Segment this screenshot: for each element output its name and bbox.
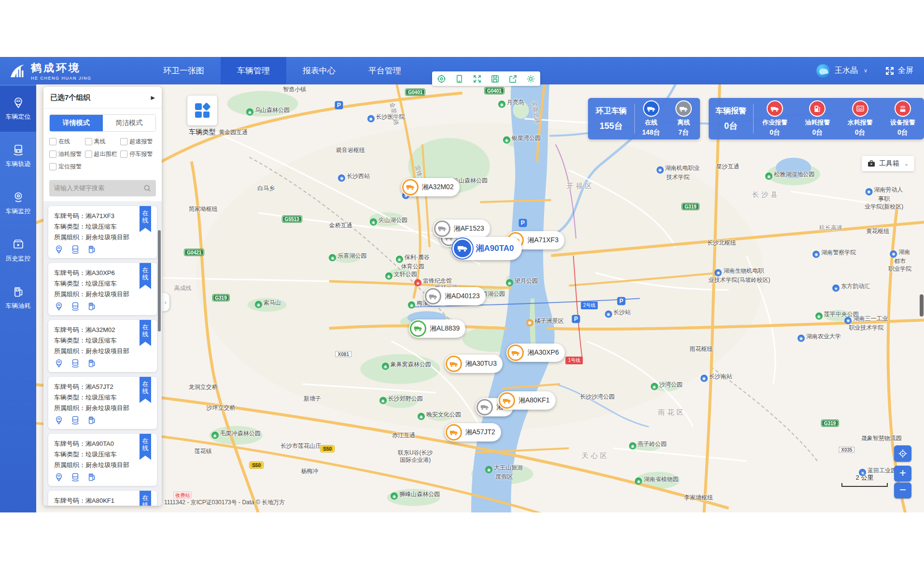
track-action-icon[interactable] <box>70 245 80 254</box>
mode-tabs: 详情模式 简洁模式 <box>49 114 156 132</box>
vehicle-marker[interactable]: 湘AD40123 <box>424 287 485 305</box>
rail-item-vehicle-fuel[interactable]: 车辆油耗 <box>0 275 36 321</box>
locate-action-icon[interactable] <box>54 359 64 368</box>
user-avatar[interactable] <box>816 64 830 78</box>
vehicle-org: 厨余垃圾项目部 <box>85 347 129 355</box>
panel-collapse-handle[interactable]: ‹ <box>162 293 169 311</box>
map-label: 长沙沙湾公园 <box>580 393 615 401</box>
list-scrollbar[interactable] <box>158 230 161 331</box>
checkbox-icon <box>85 138 92 145</box>
vehicle-marker[interactable]: 湘A57JT2 <box>445 423 501 442</box>
vehicle-marker[interactable]: 湘A90TA0 <box>451 237 522 260</box>
save-icon[interactable] <box>490 74 500 83</box>
user-name[interactable]: 王水晶 <box>835 66 858 76</box>
map-canvas[interactable]: 智造小镇 乌山森林公园 黄金园互通 长沙医学院 月亮岛 银星湾公园 观音岩枢纽 … <box>36 84 924 512</box>
filter-checkbox[interactable]: 定位报警 <box>49 163 85 171</box>
search-input[interactable]: 请输入关键字搜索 <box>49 180 156 196</box>
vehicle-type-icon <box>195 103 210 118</box>
toolbox-button[interactable]: 工具箱 ⌄ <box>862 156 914 171</box>
vehicle-marker-plate: 湘A80KF1 <box>518 396 550 405</box>
vehicle-marker[interactable]: 湘AL8839 <box>409 319 465 338</box>
locate-action-icon[interactable] <box>54 245 64 254</box>
vehicle-type-button[interactable] <box>187 96 217 125</box>
nav-item-overview[interactable]: 环卫一张图 <box>147 57 221 84</box>
track-action-icon[interactable] <box>70 415 80 425</box>
locate-action-icon[interactable] <box>54 415 64 425</box>
vehicle-marker[interactable]: 湘A32M02 <box>401 178 460 196</box>
vehicle-org: 厨余垃圾项目部 <box>85 290 129 298</box>
filter-checkbox[interactable]: 在线 <box>49 138 85 146</box>
nav-item-platform[interactable]: 平台管理 <box>352 57 418 84</box>
filter-checkbox[interactable]: 超速报警 <box>120 138 156 146</box>
filter-checkbox[interactable]: 油耗报警 <box>49 150 85 158</box>
map-label: 湖南三一工业 职业技术学院 <box>844 315 888 332</box>
frame-icon[interactable] <box>455 74 464 83</box>
map-label: 长沙北枢纽 <box>707 239 736 247</box>
fuel-action-icon[interactable] <box>87 415 97 425</box>
page-scrollbar-thumb[interactable] <box>920 294 924 317</box>
vehicle-list[interactable]: 车牌号码：湘A71XF3 车辆类型：垃圾压缩车 所属组织：厨余垃圾项目部 在线 … <box>43 201 162 506</box>
parking-icon: P <box>518 219 527 227</box>
vehicle-card[interactable]: 车牌号码：湘A90TA0 车辆类型：垃圾压缩车 所属组织：厨余垃圾项目部 在线 <box>48 434 157 486</box>
vehicle-marker[interactable]: 湘A30TU3 <box>445 355 503 373</box>
nav-item-reports[interactable]: 报表中心 <box>286 57 352 84</box>
filter-checkboxes: 在线 离线 超速报警 油耗报警 <box>49 138 156 175</box>
expand-icon[interactable] <box>473 74 482 83</box>
scale-bar <box>841 483 888 487</box>
vehicle-card[interactable]: 车牌号码：湘A71XF3 车辆类型：垃圾压缩车 所属组织：厨余垃圾项目部 在线 <box>48 206 157 258</box>
locate-action-icon[interactable] <box>54 302 64 311</box>
rail-item-vehicle-camera[interactable]: 车辆监控 <box>0 180 36 226</box>
track-action-icon[interactable] <box>70 472 80 482</box>
chevron-down-icon: ⌄ <box>904 161 909 167</box>
vehicle-marker[interactable]: 湘AF1523 <box>433 220 490 238</box>
map-label: 白马乡 <box>257 185 275 193</box>
locate-button[interactable] <box>894 445 911 462</box>
rail-item-vehicle-locate[interactable]: 车辆定位 <box>0 86 36 132</box>
user-menu-chevron-icon[interactable]: ∨ <box>864 68 868 74</box>
fullscreen-label: 全屏 <box>898 66 913 76</box>
vehicle-plate: 湘A32M02 <box>85 326 115 333</box>
locate-action-icon[interactable] <box>54 472 64 482</box>
track-action-icon[interactable] <box>70 359 80 368</box>
map-label: 狮峰山森林公园 <box>391 490 440 499</box>
vehicle-card[interactable]: 车牌号码：湘A32M02 车辆类型：垃圾压缩车 所属组织：厨余垃圾项目部 在线 <box>48 320 157 372</box>
fullscreen-button[interactable]: 全屏 <box>885 66 913 76</box>
fuel-alarm-stat: 油耗报警 0台 <box>796 100 839 137</box>
alarm-value: 0台 <box>709 120 753 132</box>
fuel-action-icon[interactable] <box>87 245 97 254</box>
track-action-icon[interactable] <box>70 302 80 311</box>
vehicle-card[interactable]: 车牌号码：湘A57JT2 车辆类型：垃圾压缩车 所属组织：厨余垃圾项目部 在线 <box>48 377 157 429</box>
nav-item-vehicle-mgmt[interactable]: 车辆管理 <box>221 57 286 84</box>
map-label: 开福区 <box>567 181 594 190</box>
org-expand-arrow-icon[interactable]: ▶ <box>151 95 155 101</box>
alarm-label: 车辆报警 <box>709 106 753 116</box>
vehicle-marker[interactable]: 湘A80KF1 <box>498 391 556 410</box>
brand-logo: 鹤成环境 HE CHENG HUAN JING <box>0 61 129 81</box>
filter-checkbox[interactable]: 离线 <box>85 138 121 146</box>
vehicle-marker[interactable]: 湘A30XP6 <box>506 344 564 362</box>
tab-simple-mode[interactable]: 简洁模式 <box>103 115 156 131</box>
map-label: 望月公园 <box>506 277 538 286</box>
settings-icon[interactable] <box>526 74 535 83</box>
zoom-in-button[interactable]: + <box>894 466 911 482</box>
map-label: 赤江互通 <box>392 432 415 440</box>
fuel-action-icon[interactable] <box>87 302 97 311</box>
rail-item-history-video[interactable]: 历史监控 <box>0 228 36 274</box>
zoom-out-button[interactable]: − <box>894 483 911 498</box>
tab-detail-mode[interactable]: 详情模式 <box>50 115 103 131</box>
map-label: 湖南机电职业 技术学院 <box>657 164 700 181</box>
map-label: 龙洞立交桥 <box>189 384 218 391</box>
map-label: 湖南警察学院 <box>812 249 856 258</box>
vehicle-card[interactable]: 车牌号码：湘A80KF1 车辆类型：垃圾压缩车 所属组织：厨余垃圾项目部 在线 <box>48 491 157 506</box>
vehicle-card[interactable]: 车牌号码：湘A30XP6 车辆类型：垃圾压缩车 所属组织：厨余垃圾项目部 在线 <box>48 263 157 315</box>
measure-icon[interactable] <box>437 74 446 83</box>
checkbox-icon <box>85 151 92 158</box>
fuel-action-icon[interactable] <box>87 359 97 368</box>
rail-item-vehicle-track[interactable]: 车辆轨迹 <box>0 133 36 179</box>
vehicle-type: 垃圾压缩车 <box>85 394 117 401</box>
filter-checkbox[interactable]: 停车报警 <box>120 150 156 158</box>
vehicle-marker-plate: 湘A30XP6 <box>527 348 559 357</box>
fuel-action-icon[interactable] <box>87 472 97 482</box>
filter-checkbox[interactable]: 超出围栏 <box>85 150 121 158</box>
share-icon[interactable] <box>508 74 518 83</box>
